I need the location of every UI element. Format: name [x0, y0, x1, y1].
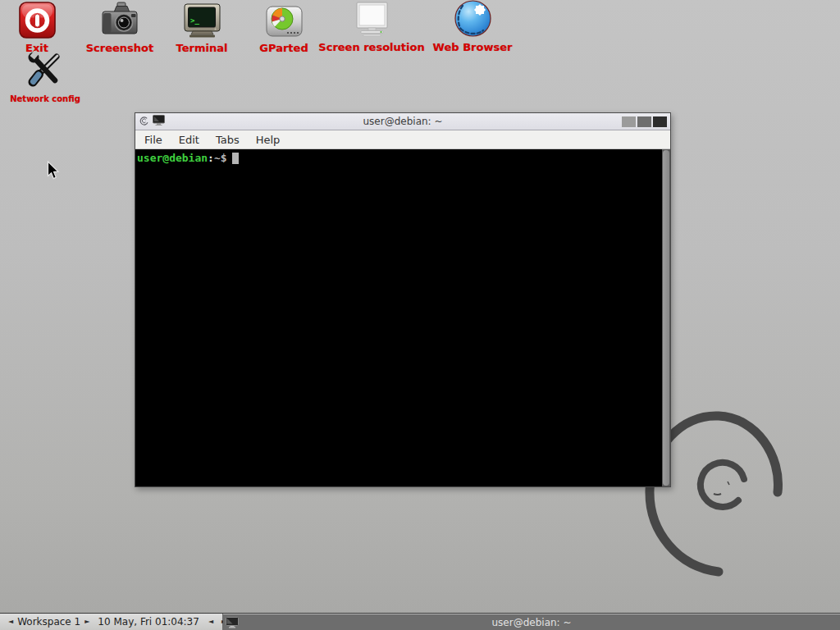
- desktop-icon-exit[interactable]: Exit: [2, 1, 71, 54]
- desktop-icon-label: GParted: [259, 42, 308, 54]
- disk-partition-icon: [265, 1, 304, 39]
- prompt-colon: :: [208, 152, 214, 164]
- desktop-icon-label: Screen resolution: [318, 41, 424, 53]
- minimize-button[interactable]: [622, 116, 636, 127]
- desktop-icon-terminal[interactable]: >_ Terminal: [159, 1, 244, 54]
- taskbar: ◄ Workspace 1 ► 10 May, Fri 01:04:37 ◄ ►…: [0, 613, 840, 630]
- scrollbar-thumb[interactable]: [663, 150, 669, 486]
- debian-swirl-icon: [139, 114, 149, 130]
- desktop-icon-label: Screenshot: [86, 42, 154, 54]
- mouse-cursor: [47, 161, 61, 185]
- window-menubar: File Edit Tabs Help: [135, 130, 670, 149]
- window-title: user@debian: ~: [135, 116, 670, 127]
- desktop-icon-label: Network config: [10, 94, 80, 103]
- prompt-user-host: user@debian: [137, 152, 208, 164]
- prompt-dollar: $: [221, 152, 227, 164]
- taskbar-clock: 10 May, Fri 01:04:37: [98, 616, 199, 628]
- workspace-label[interactable]: Workspace 1: [16, 616, 82, 628]
- workspace-prev-arrow[interactable]: ◄: [6, 619, 16, 625]
- desktop-icon-label: Web Browser: [433, 41, 513, 53]
- desktop-icon-label: Terminal: [176, 42, 228, 54]
- close-button[interactable]: [653, 116, 667, 127]
- workspace-next-arrow[interactable]: ►: [82, 619, 92, 625]
- desktop-icon-gparted[interactable]: GParted: [241, 1, 326, 54]
- terminal-app-icon: [153, 114, 165, 130]
- crt-terminal-icon: >_: [183, 1, 221, 39]
- task-title: user@debian: ~: [223, 617, 840, 628]
- terminal-scrollbar[interactable]: [662, 149, 670, 486]
- terminal-prompt: user@debian:~$: [135, 149, 670, 165]
- menu-tabs[interactable]: Tabs: [208, 134, 248, 146]
- menu-file[interactable]: File: [136, 134, 171, 146]
- camera-icon: [100, 1, 139, 39]
- desktop-icon-screenshot[interactable]: Screenshot: [77, 1, 162, 54]
- window-titlebar[interactable]: user@debian: ~: [135, 113, 670, 130]
- power-icon: [19, 1, 56, 39]
- globe-icon: [453, 0, 493, 38]
- monitor-icon: [351, 0, 392, 38]
- taskbar-left-panel: ◄ Workspace 1 ► 10 May, Fri 01:04:37 ◄ ►: [0, 614, 223, 630]
- terminal-cursor: [232, 153, 239, 164]
- tasklist-prev-arrow[interactable]: ◄: [204, 619, 217, 625]
- task-window-icon: [226, 617, 239, 628]
- desktop-icon-network-config[interactable]: Network config: [0, 52, 90, 103]
- desktop-icon-screen-resolution[interactable]: Screen resolution: [318, 0, 425, 53]
- desktop: Exit Screenshot: [0, 0, 840, 630]
- desktop-icon-web-browser[interactable]: Web Browser: [422, 0, 523, 53]
- prompt-path: ~: [214, 152, 221, 164]
- svg-text:>_: >_: [190, 16, 199, 25]
- tools-icon: [25, 52, 66, 89]
- maximize-button[interactable]: [637, 116, 651, 127]
- menu-edit[interactable]: Edit: [171, 134, 208, 146]
- menu-help[interactable]: Help: [248, 134, 289, 146]
- terminal-window: user@debian: ~ File Edit Tabs Help user@…: [135, 112, 671, 487]
- taskbar-task-terminal[interactable]: user@debian: ~: [223, 614, 840, 630]
- terminal-screen[interactable]: user@debian:~$: [135, 149, 670, 486]
